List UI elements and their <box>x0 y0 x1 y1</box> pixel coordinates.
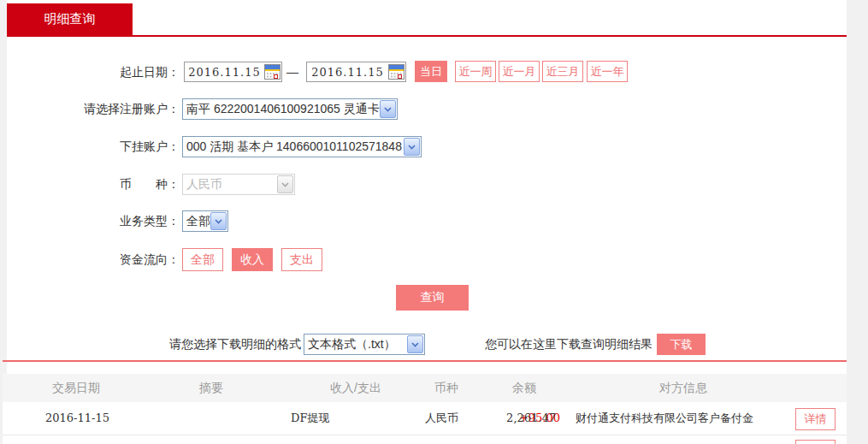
th-summary: 摘要 <box>199 374 223 402</box>
th-counterparty: 对方信息 <box>659 374 707 402</box>
calendar-icon[interactable] <box>264 64 280 80</box>
start-date-value: 2016.11.15 <box>185 66 264 79</box>
cell-counterparty: 财付通支付科技有限公司客户备付金 <box>576 402 753 435</box>
register-account-label: 请选择注册账户： <box>7 98 180 120</box>
query-button[interactable]: 查询 <box>396 285 469 311</box>
download-format-value: 文本格式（.txt） <box>304 337 407 352</box>
register-account-select[interactable]: 南平 6222001406100921065 灵通卡 <box>182 98 398 120</box>
currency-label: 币 种： <box>7 174 180 194</box>
sub-account-label: 下挂账户： <box>7 136 180 157</box>
date-range-label: 起止日期： <box>7 62 180 82</box>
fund-flow-income-button[interactable]: 收入 <box>232 248 273 271</box>
quick-range-3months-button[interactable]: 近三月 <box>542 61 583 82</box>
end-date-input[interactable]: 2016.11.15 <box>306 62 406 82</box>
quick-range-today-button[interactable]: 当日 <box>415 61 447 82</box>
fund-flow-expense-button[interactable]: 支出 <box>281 248 322 271</box>
sub-account-select[interactable]: 000 活期 基本户 1406600101102571848 <box>182 136 422 157</box>
calendar-icon[interactable] <box>388 64 404 80</box>
download-format-label: 请您选择下载明细的格式 <box>7 334 301 354</box>
table-row: 2016-11-15 DF提现 +95.00 人民币 2,261.47 财付通支… <box>3 402 847 435</box>
chevron-down-icon <box>210 212 227 230</box>
business-type-value: 全部 <box>183 214 210 229</box>
start-date-input[interactable]: 2016.11.15 <box>184 62 282 82</box>
sub-account-value: 000 活期 基本户 1406600101102571848 <box>183 139 404 155</box>
currency-select: 人民币 <box>182 174 295 195</box>
download-button[interactable]: 下载 <box>657 334 706 355</box>
fund-flow-all-button[interactable]: 全部 <box>182 248 223 271</box>
business-type-label: 业务类型： <box>7 210 180 232</box>
th-amount: 收入/支出 <box>330 374 381 402</box>
table-row-partial: 详情 <box>3 435 847 444</box>
detail-button[interactable]: 详情 <box>795 408 836 430</box>
download-format-select[interactable]: 文本格式（.txt） <box>304 334 425 355</box>
th-currency: 币种 <box>434 374 458 402</box>
cell-date: 2016-11-15 <box>45 402 109 435</box>
th-balance: 余额 <box>512 374 536 402</box>
quick-range-month-button[interactable]: 近一月 <box>499 61 540 82</box>
chevron-down-icon <box>380 100 396 118</box>
tab-label: 明细查询 <box>44 11 96 27</box>
cell-summary: DF提现 <box>291 402 329 435</box>
th-date: 交易日期 <box>52 374 100 402</box>
cell-currency: 人民币 <box>425 402 458 435</box>
currency-value: 人民币 <box>183 177 277 192</box>
fund-flow-label: 资金流向： <box>7 248 180 270</box>
business-type-select[interactable]: 全部 <box>182 210 228 232</box>
quick-range-week-button[interactable]: 近一周 <box>455 61 496 82</box>
table-top-line <box>3 360 847 362</box>
register-account-value: 南平 6222001406100921065 灵通卡 <box>183 102 380 117</box>
end-date-value: 2016.11.15 <box>307 66 388 79</box>
download-hint: 您可以在这里下载查询明细结果 <box>481 334 652 354</box>
detail-button[interactable]: 详情 <box>795 440 836 444</box>
table-header-row: 交易日期 摘要 收入/支出 币种 余额 对方信息 <box>3 374 847 402</box>
tab-detail-query[interactable]: 明细查询 <box>7 3 133 35</box>
main-panel: 明细查询 起止日期： 2016.11.15 — 2016.11.15 <box>7 0 847 444</box>
chevron-down-icon <box>404 138 420 156</box>
chevron-down-icon <box>277 175 293 193</box>
cell-balance: 2,261.47 <box>470 402 556 435</box>
quick-range-year-button[interactable]: 近一年 <box>587 61 628 82</box>
tab-underline <box>7 35 847 37</box>
date-range-separator: — <box>286 65 298 79</box>
chevron-down-icon <box>407 335 423 353</box>
